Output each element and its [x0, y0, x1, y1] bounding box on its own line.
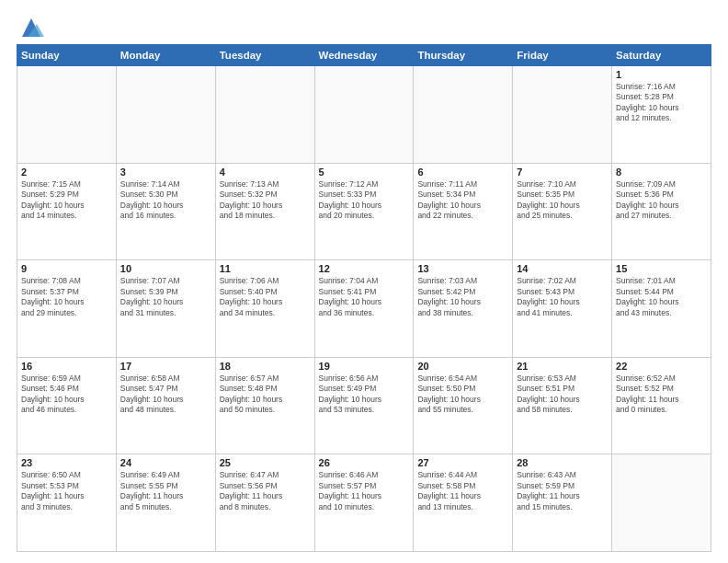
calendar-week-row: 1Sunrise: 7:16 AM Sunset: 5:28 PM Daylig…	[17, 66, 711, 164]
day-number: 17	[120, 361, 211, 372]
calendar-cell: 27Sunrise: 6:44 AM Sunset: 5:58 PM Dayli…	[414, 454, 513, 552]
calendar-cell: 12Sunrise: 7:04 AM Sunset: 5:41 PM Dayli…	[314, 260, 414, 358]
day-number: 8	[616, 167, 707, 178]
calendar-cell: 20Sunrise: 6:54 AM Sunset: 5:50 PM Dayli…	[414, 357, 513, 454]
weekday-header-monday: Monday	[116, 45, 215, 66]
day-number: 5	[319, 167, 410, 178]
day-info: Sunrise: 6:56 AM Sunset: 5:49 PM Dayligh…	[319, 373, 410, 416]
day-number: 6	[417, 167, 508, 178]
calendar-cell	[116, 66, 215, 164]
day-number: 23	[21, 457, 112, 468]
day-info: Sunrise: 6:52 AM Sunset: 5:52 PM Dayligh…	[616, 373, 707, 416]
day-info: Sunrise: 7:14 AM Sunset: 5:30 PM Dayligh…	[120, 179, 211, 222]
calendar-week-row: 23Sunrise: 6:50 AM Sunset: 5:53 PM Dayli…	[17, 454, 711, 552]
calendar-cell: 11Sunrise: 7:06 AM Sunset: 5:40 PM Dayli…	[215, 260, 314, 358]
calendar-cell: 10Sunrise: 7:07 AM Sunset: 5:39 PM Dayli…	[116, 260, 215, 358]
calendar-cell: 4Sunrise: 7:13 AM Sunset: 5:32 PM Daylig…	[215, 163, 314, 260]
day-info: Sunrise: 7:01 AM Sunset: 5:44 PM Dayligh…	[616, 276, 707, 318]
calendar-cell	[17, 66, 117, 164]
day-info: Sunrise: 7:06 AM Sunset: 5:40 PM Dayligh…	[220, 276, 311, 318]
day-info: Sunrise: 7:04 AM Sunset: 5:41 PM Dayligh…	[319, 276, 410, 318]
calendar-header-row: SundayMondayTuesdayWednesdayThursdayFrid…	[17, 45, 711, 66]
day-info: Sunrise: 7:10 AM Sunset: 5:35 PM Dayligh…	[517, 179, 608, 222]
day-number: 10	[120, 263, 211, 274]
day-info: Sunrise: 6:43 AM Sunset: 5:59 PM Dayligh…	[517, 470, 608, 512]
day-info: Sunrise: 7:02 AM Sunset: 5:43 PM Dayligh…	[517, 276, 608, 318]
day-number: 27	[417, 457, 508, 468]
header	[17, 15, 711, 37]
calendar-cell: 3Sunrise: 7:14 AM Sunset: 5:30 PM Daylig…	[116, 163, 215, 260]
day-number: 13	[417, 263, 508, 274]
day-info: Sunrise: 6:50 AM Sunset: 5:53 PM Dayligh…	[21, 470, 112, 512]
day-info: Sunrise: 6:58 AM Sunset: 5:47 PM Dayligh…	[120, 373, 211, 416]
day-info: Sunrise: 6:59 AM Sunset: 5:46 PM Dayligh…	[21, 373, 112, 416]
day-info: Sunrise: 6:47 AM Sunset: 5:56 PM Dayligh…	[220, 470, 311, 512]
day-number: 9	[21, 263, 112, 274]
day-info: Sunrise: 7:16 AM Sunset: 5:28 PM Dayligh…	[616, 82, 707, 124]
day-number: 19	[319, 361, 410, 372]
calendar-week-row: 9Sunrise: 7:08 AM Sunset: 5:37 PM Daylig…	[17, 260, 711, 358]
weekday-header-wednesday: Wednesday	[314, 45, 414, 66]
calendar-cell: 19Sunrise: 6:56 AM Sunset: 5:49 PM Dayli…	[314, 357, 414, 454]
day-number: 7	[517, 167, 608, 178]
calendar-cell: 17Sunrise: 6:58 AM Sunset: 5:47 PM Dayli…	[116, 357, 215, 454]
day-number: 1	[616, 69, 707, 80]
weekday-header-thursday: Thursday	[414, 45, 513, 66]
calendar-cell	[513, 66, 612, 164]
day-info: Sunrise: 6:46 AM Sunset: 5:57 PM Dayligh…	[319, 470, 410, 512]
day-number: 11	[220, 263, 311, 274]
day-number: 3	[120, 167, 211, 178]
calendar-cell	[414, 66, 513, 164]
calendar-cell: 1Sunrise: 7:16 AM Sunset: 5:28 PM Daylig…	[612, 66, 711, 164]
day-info: Sunrise: 7:07 AM Sunset: 5:39 PM Dayligh…	[120, 276, 211, 318]
day-info: Sunrise: 6:49 AM Sunset: 5:55 PM Dayligh…	[120, 470, 211, 512]
day-info: Sunrise: 7:13 AM Sunset: 5:32 PM Dayligh…	[220, 179, 311, 222]
calendar-cell: 21Sunrise: 6:53 AM Sunset: 5:51 PM Dayli…	[513, 357, 612, 454]
calendar-cell: 22Sunrise: 6:52 AM Sunset: 5:52 PM Dayli…	[612, 357, 711, 454]
page: SundayMondayTuesdayWednesdayThursdayFrid…	[0, 0, 728, 563]
calendar-cell: 13Sunrise: 7:03 AM Sunset: 5:42 PM Dayli…	[414, 260, 513, 358]
day-number: 26	[319, 457, 410, 468]
calendar-cell: 8Sunrise: 7:09 AM Sunset: 5:36 PM Daylig…	[612, 163, 711, 260]
day-info: Sunrise: 6:54 AM Sunset: 5:50 PM Dayligh…	[417, 373, 508, 416]
logo	[17, 15, 44, 37]
calendar-cell: 24Sunrise: 6:49 AM Sunset: 5:55 PM Dayli…	[116, 454, 215, 552]
calendar-table: SundayMondayTuesdayWednesdayThursdayFrid…	[17, 44, 711, 552]
day-info: Sunrise: 6:53 AM Sunset: 5:51 PM Dayligh…	[517, 373, 608, 416]
day-number: 18	[220, 361, 311, 372]
calendar-cell: 18Sunrise: 6:57 AM Sunset: 5:48 PM Dayli…	[215, 357, 314, 454]
calendar-cell: 2Sunrise: 7:15 AM Sunset: 5:29 PM Daylig…	[17, 163, 117, 260]
calendar-cell: 25Sunrise: 6:47 AM Sunset: 5:56 PM Dayli…	[215, 454, 314, 552]
day-info: Sunrise: 6:44 AM Sunset: 5:58 PM Dayligh…	[417, 470, 508, 512]
day-info: Sunrise: 7:12 AM Sunset: 5:33 PM Dayligh…	[319, 179, 410, 222]
day-number: 22	[616, 361, 707, 372]
day-number: 24	[120, 457, 211, 468]
calendar-cell: 9Sunrise: 7:08 AM Sunset: 5:37 PM Daylig…	[17, 260, 117, 358]
calendar-cell: 7Sunrise: 7:10 AM Sunset: 5:35 PM Daylig…	[513, 163, 612, 260]
logo-icon	[18, 15, 44, 40]
calendar-cell: 14Sunrise: 7:02 AM Sunset: 5:43 PM Dayli…	[513, 260, 612, 358]
calendar-week-row: 16Sunrise: 6:59 AM Sunset: 5:46 PM Dayli…	[17, 357, 711, 454]
day-number: 20	[417, 361, 508, 372]
calendar-cell: 5Sunrise: 7:12 AM Sunset: 5:33 PM Daylig…	[314, 163, 414, 260]
day-number: 2	[21, 167, 112, 178]
calendar-cell: 16Sunrise: 6:59 AM Sunset: 5:46 PM Dayli…	[17, 357, 117, 454]
day-number: 25	[220, 457, 311, 468]
day-number: 15	[616, 263, 707, 274]
day-info: Sunrise: 7:08 AM Sunset: 5:37 PM Dayligh…	[21, 276, 112, 318]
day-number: 16	[21, 361, 112, 372]
day-info: Sunrise: 6:57 AM Sunset: 5:48 PM Dayligh…	[220, 373, 311, 416]
calendar-cell: 28Sunrise: 6:43 AM Sunset: 5:59 PM Dayli…	[513, 454, 612, 552]
calendar-cell: 26Sunrise: 6:46 AM Sunset: 5:57 PM Dayli…	[314, 454, 414, 552]
day-info: Sunrise: 7:09 AM Sunset: 5:36 PM Dayligh…	[616, 179, 707, 222]
day-info: Sunrise: 7:03 AM Sunset: 5:42 PM Dayligh…	[417, 276, 508, 318]
calendar-cell: 23Sunrise: 6:50 AM Sunset: 5:53 PM Dayli…	[17, 454, 117, 552]
weekday-header-tuesday: Tuesday	[215, 45, 314, 66]
day-info: Sunrise: 7:11 AM Sunset: 5:34 PM Dayligh…	[417, 179, 508, 222]
calendar-cell: 15Sunrise: 7:01 AM Sunset: 5:44 PM Dayli…	[612, 260, 711, 358]
weekday-header-sunday: Sunday	[17, 45, 117, 66]
weekday-header-saturday: Saturday	[612, 45, 711, 66]
calendar-week-row: 2Sunrise: 7:15 AM Sunset: 5:29 PM Daylig…	[17, 163, 711, 260]
day-number: 12	[319, 263, 410, 274]
calendar-cell	[314, 66, 414, 164]
